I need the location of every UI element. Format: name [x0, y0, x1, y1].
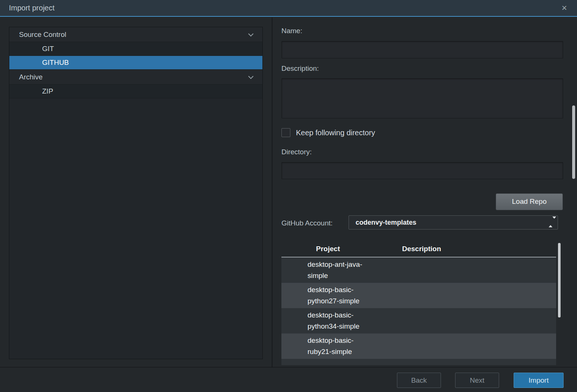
importer-item-label: GIT — [42, 42, 54, 56]
project-row[interactable]: desktop-basic-python34-simple — [281, 308, 556, 333]
github-account-value: codenvy-templates — [356, 216, 416, 229]
section-label: Archive — [19, 70, 42, 84]
section-source-control[interactable]: Source Control — [9, 27, 262, 42]
importer-item-label: GITHUB — [42, 56, 69, 69]
next-button[interactable]: Next — [455, 373, 499, 388]
column-header-project: Project — [281, 245, 375, 253]
back-button[interactable]: Back — [397, 373, 441, 388]
panel-divider — [272, 18, 272, 367]
description-label: Description: — [281, 64, 319, 73]
close-icon[interactable]: ✕ — [561, 4, 567, 12]
dialog-title: Import project — [9, 4, 54, 12]
table-scrollbar[interactable] — [558, 243, 561, 317]
keep-directory-checkbox[interactable] — [281, 128, 290, 137]
project-cell: desktop-ant-java-simple — [308, 259, 376, 281]
project-row[interactable]: desktop-basic-python27-simple — [281, 283, 556, 308]
load-repo-button[interactable]: Load Repo — [496, 193, 563, 210]
chevron-down-icon — [248, 31, 253, 37]
importer-item-github[interactable]: GITHUB — [9, 56, 262, 70]
name-label: Name: — [281, 27, 302, 35]
name-input[interactable] — [281, 41, 563, 59]
github-account-label: GitHub Account: — [281, 219, 332, 227]
dialog-titlebar: Import project ✕ — [0, 0, 577, 17]
description-input[interactable] — [281, 78, 563, 118]
github-account-select[interactable]: codenvy-templates — [349, 215, 558, 230]
project-row-partial[interactable] — [281, 359, 556, 365]
select-arrows-icon — [549, 219, 553, 225]
panel-scrollbar[interactable] — [572, 105, 575, 179]
column-header-description: Description — [375, 245, 468, 253]
import-project-dialog: Import project ✕ Source Control GIT GITH… — [0, 0, 577, 392]
project-cell: desktop-basic-python34-simple — [308, 310, 376, 332]
project-row[interactable]: desktop-basic-ruby21-simple — [281, 333, 556, 359]
importer-item-zip[interactable]: ZIP — [9, 85, 262, 98]
project-cell: desktop-basic-python27-simple — [308, 284, 376, 307]
section-archive[interactable]: Archive — [9, 70, 262, 85]
chevron-down-icon — [248, 74, 253, 79]
project-row[interactable]: desktop-ant-java-simple — [281, 257, 556, 283]
import-button[interactable]: Import — [514, 373, 564, 388]
footer-divider — [0, 367, 577, 367]
importer-item-label: ZIP — [42, 85, 53, 98]
importer-item-git[interactable]: GIT — [9, 42, 262, 56]
section-label: Source Control — [19, 27, 66, 42]
directory-input[interactable] — [281, 162, 563, 179]
projects-table: desktop-ant-java-simple desktop-basic-py… — [281, 257, 556, 365]
importer-list: Source Control GIT GITHUB Archive ZIP — [9, 27, 263, 359]
directory-label: Directory: — [281, 148, 312, 156]
project-cell: desktop-basic-ruby21-simple — [308, 335, 376, 357]
keep-directory-label: Keep following directory — [296, 129, 375, 137]
